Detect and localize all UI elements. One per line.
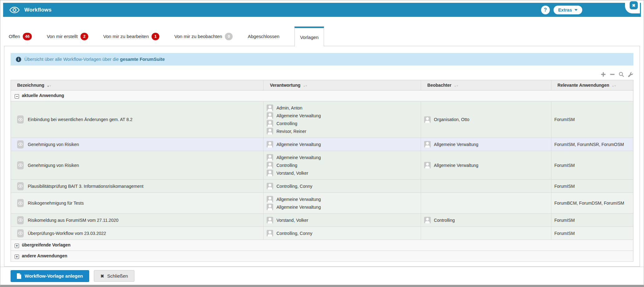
tab-von-mir-zu-beobachten[interactable]: Von mir zu beobachten0 — [174, 27, 233, 46]
workflow-eye-icon — [17, 216, 24, 224]
person-name: Controlling — [434, 218, 455, 223]
person-name: Allgemeine Verwaltung — [276, 205, 321, 210]
responsible-cell: Allgemeine VerwaltungAllgemeine Verwaltu… — [264, 193, 421, 214]
observers-cell: Allgemeine Verwaltung — [421, 151, 551, 180]
help-button[interactable]: ? — [541, 6, 550, 14]
person-icon — [267, 170, 273, 176]
responsible-cell: Allgemeine Verwaltung — [264, 138, 421, 151]
group-label: übergreifende Vorlagen — [22, 242, 70, 247]
app-window: Workflows ? Extras ✖ Offen46Von mir erst… — [0, 0, 644, 287]
document-icon — [17, 273, 21, 279]
plus-icon[interactable] — [600, 71, 606, 77]
person-icon — [267, 105, 273, 111]
tab-abgeschlossen[interactable]: Abgeschlossen — [248, 27, 279, 46]
person-entry: Controlling — [267, 120, 418, 127]
observers-cell — [421, 180, 551, 193]
person-name: Vorstand, Volker — [276, 218, 308, 223]
workflow-name: Risikogenehmigung für Tests — [28, 201, 84, 206]
info-banner-bold-text: gesamte ForumSuite — [120, 57, 165, 62]
tab-strip: Offen46Von mir erstellt2Von mir zu bearb… — [4, 27, 640, 46]
table-row[interactable]: Risikogenehmigung für TestsAllgemeine Ve… — [11, 193, 633, 214]
sort-arrows-icon: ▲▼ — [612, 85, 616, 87]
person-icon — [267, 128, 273, 134]
close-x-icon: ✖ — [100, 274, 104, 279]
table-row[interactable]: Überprüfungs-Workflow vom 23.03.2022Cont… — [11, 227, 633, 240]
app-eye-icon — [9, 7, 20, 13]
chevron-down-icon — [574, 9, 578, 11]
person-name: Controlling — [276, 121, 297, 126]
table-row[interactable]: Risikomeldung aus ForumISM vom 27.11.202… — [11, 214, 633, 227]
responsible-cell: Controlling, Conny — [264, 180, 421, 193]
minus-icon[interactable] — [609, 71, 615, 77]
person-icon — [267, 141, 273, 148]
group-row[interactable]: −aktuelle Anwendung — [11, 90, 633, 101]
workflow-eye-icon — [17, 182, 24, 190]
person-icon — [267, 196, 273, 202]
tab-offen[interactable]: Offen46 — [9, 27, 32, 46]
person-entry: Admin, Anton — [267, 104, 418, 111]
info-icon: i — [16, 57, 21, 62]
collapse-icon[interactable]: − — [15, 94, 19, 99]
title-bar-actions: ? Extras — [541, 6, 582, 14]
workflow-name: Überprüfungs-Workflow vom 23.03.2022 — [28, 231, 106, 236]
person-name: Vorstand, Volker — [276, 171, 308, 176]
expand-icon[interactable]: + — [15, 255, 19, 259]
page-title: Workflows — [24, 7, 51, 13]
close-button[interactable]: ✖ Schließen — [94, 270, 134, 282]
group-row[interactable]: +andere Anwendungen — [11, 251, 633, 262]
person-entry: Controlling, Conny — [267, 182, 418, 190]
person-icon — [267, 230, 273, 236]
extras-button[interactable]: Extras — [554, 6, 582, 14]
observers-cell — [421, 193, 551, 214]
group-row[interactable]: +übergreifende Vorlagen — [11, 240, 633, 251]
table-row[interactable]: Plausibilitätsprüfung BAIT 3. Informatio… — [11, 180, 633, 193]
person-icon — [267, 217, 273, 223]
person-name: Allgemeine Verwaltung — [434, 142, 478, 147]
table-row[interactable]: Genehmigung von RisikenAllgemeine Verwal… — [11, 151, 633, 180]
close-icon[interactable]: ✖ — [630, 1, 638, 9]
person-name: Organisation, Otto — [434, 117, 469, 122]
column-header-beobachter[interactable]: Beobachter▲▼ — [421, 80, 551, 90]
responsible-cell: Controlling, Conny — [264, 227, 421, 240]
tab-badge: 46 — [23, 33, 31, 40]
title-bar: Workflows ? Extras — [3, 3, 641, 17]
tab-label: Von mir zu bearbeiten — [103, 34, 149, 39]
workflow-eye-icon — [17, 161, 24, 169]
extras-label: Extras — [558, 7, 572, 12]
workflow-eye-icon — [17, 199, 24, 207]
column-header-relevante-anwendungen[interactable]: Relevante Anwendungen▲▼ — [551, 80, 633, 90]
applications-cell: ForumISM — [551, 227, 633, 240]
person-icon — [424, 217, 431, 223]
info-banner-text: Übersicht über alle Workflow-Vorlagen üb… — [24, 57, 119, 62]
tab-vorlagen[interactable]: Vorlagen — [294, 27, 324, 46]
table-row[interactable]: Einbindung bei wesentlichen Änderungen g… — [11, 101, 633, 138]
observers-cell: Controlling — [421, 214, 551, 227]
wrench-icon[interactable] — [627, 71, 633, 77]
column-label: Relevante Anwendungen — [558, 83, 609, 88]
column-header-verantwortung[interactable]: Verantwortung▲▼ — [264, 80, 421, 90]
column-header-bezeichnung[interactable]: Bezeichnung▲▼ — [11, 80, 264, 90]
workflow-name: Genehmigung von Risiken — [28, 163, 79, 168]
person-name: Allgemeine Verwaltung — [276, 142, 321, 147]
tab-label: Abgeschlossen — [248, 34, 279, 39]
responsible-cell: Allgemeine VerwaltungControllingVorstand… — [264, 151, 421, 180]
person-entry: Controlling, Conny — [267, 230, 418, 237]
person-entry: Revisor, Reiner — [267, 128, 418, 135]
person-entry: Allgemeine Verwaltung — [267, 203, 418, 211]
workflow-name: Plausibilitätsprüfung BAIT 3. Informatio… — [28, 184, 143, 189]
expand-icon[interactable]: + — [15, 244, 19, 248]
search-icon[interactable] — [618, 71, 624, 77]
table-row[interactable]: Genehmigung von RisikenAllgemeine Verwal… — [11, 138, 633, 151]
person-icon — [424, 141, 431, 148]
tab-von-mir-zu-bearbeiten[interactable]: Von mir zu bearbeiten1 — [103, 27, 159, 46]
applications-cell: ForumISM — [551, 180, 633, 193]
person-name: Controlling, Conny — [276, 231, 312, 236]
column-label: Verantwortung — [270, 83, 300, 88]
responsible-cell: Admin, AntonAllgemeine VerwaltungControl… — [264, 101, 421, 138]
observers-cell — [421, 227, 551, 240]
person-entry: Allgemeine Verwaltung — [424, 141, 548, 148]
tab-von-mir-erstellt[interactable]: Von mir erstellt2 — [47, 27, 88, 46]
applications-cell: ForumISM — [551, 101, 633, 138]
create-workflow-template-button[interactable]: Workflow-Vorlage anlegen — [11, 270, 89, 282]
person-icon — [267, 162, 273, 168]
